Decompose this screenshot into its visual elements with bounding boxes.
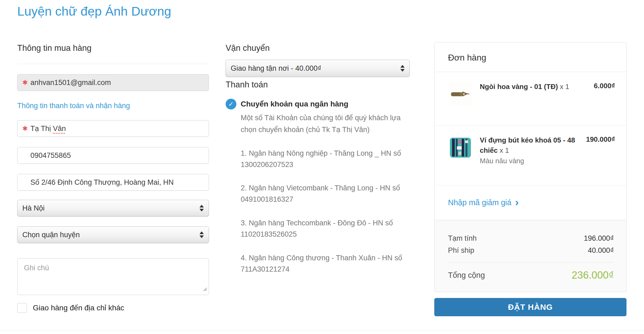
- bank-account-item: 1. Ngân hàng Nông nghiệp - Thăng Long _ …: [241, 148, 413, 170]
- discount-code-link[interactable]: Nhập mã giảm giá ›: [448, 198, 519, 207]
- order-panel: Đơn hàng Ngò: [434, 42, 626, 292]
- totals-section: Tạm tính 196.000₫ Phí ship 40.000₫ Tổng …: [435, 220, 626, 292]
- order-item-qty: x 1: [560, 83, 569, 91]
- order-heading: Đơn hàng: [448, 53, 614, 63]
- order-item-info: Ví đựng bút kéo khoá 05 - 48 chiếc x 1 M…: [480, 135, 576, 166]
- spellcheck-underline: Vân: [53, 125, 66, 133]
- select-arrows-icon: [400, 65, 405, 72]
- shipping-fee-value: 40.000₫: [588, 246, 614, 255]
- payment-method-label: Chuyển khoản qua ngân hàng: [241, 100, 348, 108]
- subtotal-label: Tạm tính: [448, 234, 477, 243]
- order-item: Ngòi hoa vàng - 01 (TĐ) x 1 6.000₫: [435, 72, 626, 125]
- order-panel-header: Đơn hàng: [435, 42, 626, 72]
- page-title: Luyện chữ đẹp Ánh Dương: [17, 4, 171, 19]
- shipping-method-value: Giao hàng tận nơi - 40.000₫: [231, 64, 321, 73]
- order-item-variant: Màu nâu vàng: [480, 156, 576, 166]
- chevron-right-icon: ›: [515, 200, 519, 205]
- buyer-info-heading: Thông tin mua hàng: [17, 43, 209, 53]
- phone-field[interactable]: 0904755865: [17, 147, 209, 164]
- note-textarea[interactable]: Ghi chú: [17, 258, 209, 295]
- province-select[interactable]: Hà Nội: [17, 200, 209, 216]
- discount-section: Nhập mã giảm giá ›: [435, 185, 626, 220]
- billing-shipping-info-link[interactable]: Thông tin thanh toán và nhận hàng: [17, 102, 130, 110]
- buyer-info-section: Thông tin mua hàng ✱ anhvan1501@gmail.co…: [17, 40, 209, 313]
- grand-total-value: 236.000₫: [572, 269, 614, 281]
- resize-handle-icon[interactable]: [202, 285, 207, 293]
- phone-value: 0904755865: [30, 151, 71, 160]
- shipping-payment-section: Vận chuyển Giao hàng tận nơi - 40.000₫ T…: [226, 40, 410, 275]
- shipping-fee-label: Phí ship: [448, 246, 474, 255]
- fullname-value: Tạ Thị Vân: [30, 125, 66, 133]
- note-placeholder: Ghi chú: [24, 264, 49, 272]
- grand-total-label: Tổng cộng: [448, 271, 485, 280]
- product-image: [448, 82, 473, 106]
- checkout-page: Luyện chữ đẹp Ánh Dương Thông tin mua hà…: [0, 0, 644, 334]
- order-item-price: 6.000₫: [594, 82, 615, 90]
- district-select[interactable]: Chọn quận huyện: [17, 226, 209, 243]
- shipping-heading: Vận chuyển: [226, 43, 410, 53]
- payment-method-row: ✓ Chuyển khoản qua ngân hàng: [226, 99, 410, 109]
- bank-account-item: 4. Ngân hàng Công thương - Thanh Xuân - …: [241, 253, 413, 275]
- other-address-label: Giao hàng đến địa chỉ khác: [33, 304, 124, 312]
- email-field[interactable]: ✱ anhvan1501@gmail.com: [17, 74, 209, 91]
- product-image: [448, 135, 473, 160]
- divider: [17, 64, 209, 64]
- required-icon: ✱: [22, 79, 28, 86]
- order-summary-section: Đơn hàng Ngò: [434, 42, 626, 316]
- order-item-name: Ví đựng bút kéo khoá 05 - 48 chiếc x 1: [480, 135, 576, 155]
- select-arrows-icon: [200, 232, 204, 238]
- shipping-method-select[interactable]: Giao hàng tận nơi - 40.000₫: [226, 60, 410, 77]
- radio-checked-icon[interactable]: ✓: [226, 99, 236, 109]
- province-selected-value: Hà Nội: [22, 204, 45, 212]
- required-icon: ✱: [22, 125, 28, 132]
- order-item-name: Ngòi hoa vàng - 01 (TĐ) x 1: [480, 82, 576, 92]
- bank-account-item: 2. Ngân hàng Vietcombank - Thăng Long - …: [241, 183, 413, 205]
- shipping-fee-row: Phí ship 40.000₫: [448, 246, 614, 255]
- payment-heading: Thanh toán: [226, 80, 410, 90]
- other-address-row: Giao hàng đến địa chỉ khác: [17, 303, 209, 313]
- subtotal-row: Tạm tính 196.000₫: [448, 234, 614, 243]
- order-item-info: Ngòi hoa vàng - 01 (TĐ) x 1: [480, 82, 576, 92]
- select-arrows-icon: [200, 205, 204, 212]
- fullname-field[interactable]: ✱ Tạ Thị Vân: [17, 120, 209, 137]
- order-item: Ví đựng bút kéo khoá 05 - 48 chiếc x 1 M…: [435, 125, 626, 185]
- bank-account-item: 3. Ngân hàng Techcombank - Đông Đô - HN …: [241, 218, 413, 240]
- grand-total-row: Tổng cộng 236.000₫: [448, 262, 614, 292]
- address-field[interactable]: Số 2/46 Định Công Thượng, Hoàng Mai, HN: [17, 174, 209, 191]
- payment-description: Một số Tài Khoản của chúng tôi để quý kh…: [241, 112, 408, 135]
- address-value: Số 2/46 Định Công Thượng, Hoàng Mai, HN: [30, 178, 174, 187]
- place-order-button[interactable]: ĐẶT HÀNG: [434, 298, 626, 316]
- district-selected-value: Chọn quận huyện: [22, 231, 80, 239]
- email-value: anhvan1501@gmail.com: [30, 79, 111, 87]
- other-address-checkbox[interactable]: [17, 303, 27, 313]
- order-item-price: 190.000₫: [586, 135, 615, 144]
- page-bottom-divider: [0, 330, 644, 331]
- subtotal-value: 196.000₫: [584, 234, 614, 243]
- order-item-qty: x 1: [500, 146, 509, 154]
